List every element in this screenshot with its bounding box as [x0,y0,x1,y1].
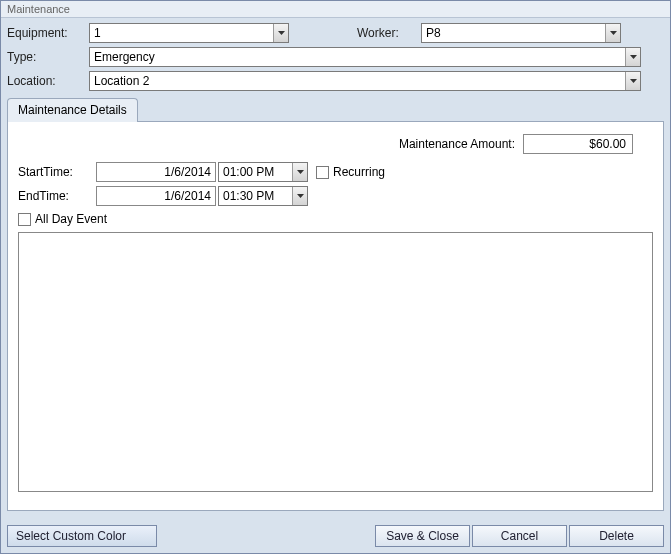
allday-label: All Day Event [35,212,107,226]
save-close-button[interactable]: Save & Close [375,525,470,547]
endtime-label: EndTime: [18,189,96,203]
details-panel: Maintenance Amount: $60.00 StartTime: 1/… [7,121,664,511]
svg-marker-3 [630,79,637,83]
chevron-down-icon[interactable] [625,48,640,66]
end-date-field[interactable]: 1/6/2014 [96,186,216,206]
footer-toolbar: Select Custom Color Save & Close Cancel … [7,525,664,547]
start-date-field[interactable]: 1/6/2014 [96,162,216,182]
cancel-button[interactable]: Cancel [472,525,567,547]
tab-maintenance-details[interactable]: Maintenance Details [7,98,138,122]
svg-marker-2 [630,55,637,59]
svg-marker-4 [297,170,304,174]
equipment-combo[interactable]: 1 [89,23,289,43]
chevron-down-icon[interactable] [292,187,307,205]
tab-strip: Maintenance Details Maintenance Amount: … [7,98,664,511]
amount-label: Maintenance Amount: [399,137,515,151]
end-time-combo[interactable]: 01:30 PM [218,186,308,206]
chevron-down-icon[interactable] [273,24,288,42]
start-time-value: 01:00 PM [219,163,292,181]
type-combo[interactable]: Emergency [89,47,641,67]
chevron-down-icon[interactable] [605,24,620,42]
location-label: Location: [7,74,85,88]
end-time-value: 01:30 PM [219,187,292,205]
header-form: Equipment: 1 Worker: P8 Type: Emergency … [1,18,670,98]
equipment-label: Equipment: [7,26,85,40]
type-value: Emergency [90,48,625,66]
chevron-down-icon[interactable] [292,163,307,181]
recurring-checkbox[interactable] [316,166,329,179]
start-time-combo[interactable]: 01:00 PM [218,162,308,182]
recurring-label: Recurring [333,165,385,179]
worker-combo[interactable]: P8 [421,23,621,43]
notes-textarea[interactable] [18,232,653,492]
worker-value: P8 [422,24,605,42]
location-combo[interactable]: Location 2 [89,71,641,91]
equipment-value: 1 [90,24,273,42]
worker-label: Worker: [357,26,417,40]
amount-field[interactable]: $60.00 [523,134,633,154]
starttime-label: StartTime: [18,165,96,179]
allday-checkbox[interactable] [18,213,31,226]
type-label: Type: [7,50,85,64]
location-value: Location 2 [90,72,625,90]
chevron-down-icon[interactable] [625,72,640,90]
delete-button[interactable]: Delete [569,525,664,547]
svg-marker-1 [610,31,617,35]
svg-marker-0 [278,31,285,35]
maintenance-window: Maintenance Equipment: 1 Worker: P8 Type… [0,0,671,554]
select-custom-color-button[interactable]: Select Custom Color [7,525,157,547]
svg-marker-5 [297,194,304,198]
window-title: Maintenance [1,1,670,18]
